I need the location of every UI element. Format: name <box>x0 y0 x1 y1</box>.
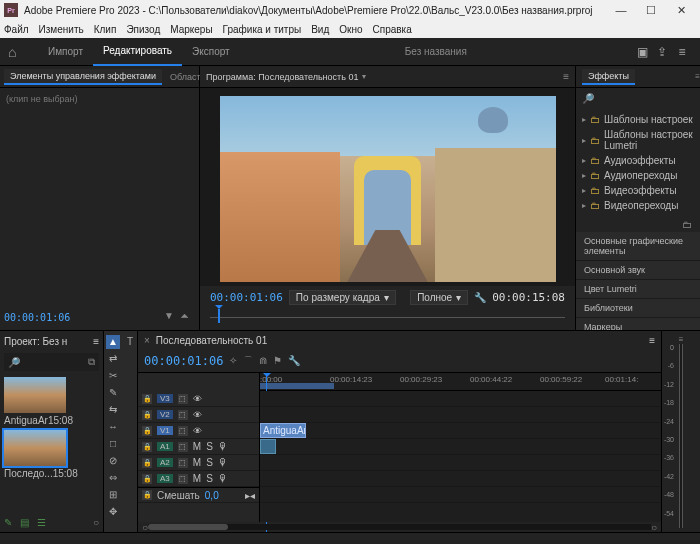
timeline-ruler[interactable]: :00:00 00:00:14:23 00:00:29:23 00:00:44:… <box>260 373 661 391</box>
effects-search[interactable]: 🔎 <box>576 88 700 108</box>
audio-clip[interactable] <box>260 439 276 454</box>
pen-tool[interactable]: ↔ <box>106 420 120 434</box>
zoom-slider-handle[interactable]: ○ <box>93 517 99 528</box>
nav-import[interactable]: Импорт <box>38 38 93 66</box>
project-item-2[interactable]: Последо...15:08 <box>4 430 66 479</box>
menu-graphics[interactable]: Графика и титры <box>223 24 302 35</box>
lock-icon[interactable]: 🔒 <box>142 410 152 420</box>
track-v3[interactable] <box>260 391 661 407</box>
wrench-icon[interactable]: 🔧 <box>288 355 300 366</box>
track-header-a1[interactable]: 🔒A1⬚MS🎙 <box>138 439 259 455</box>
timeline-sequence-tab[interactable]: Последовательность 01 <box>156 335 267 346</box>
eye-icon[interactable]: 👁 <box>193 410 202 420</box>
track-header-a3[interactable]: 🔒A3⬚MS🎙 <box>138 471 259 487</box>
program-scrubber[interactable] <box>210 309 565 327</box>
filter-bin-icon[interactable]: ⧉ <box>88 356 95 368</box>
track-header-a2[interactable]: 🔒A2⬚MS🎙 <box>138 455 259 471</box>
minimize-button[interactable]: — <box>606 4 636 16</box>
track-header-mix[interactable]: 🔒Смешать0,0▸◂ <box>138 487 259 503</box>
timeline-timecode[interactable]: 00:00:01:06 <box>144 354 223 368</box>
track-mix[interactable] <box>260 487 661 503</box>
slide-tool[interactable]: ✥ <box>106 505 120 519</box>
project-search[interactable]: 🔎 ⧉ <box>4 353 99 371</box>
tab-effect-controls[interactable]: Элементы управления эффектами <box>4 69 162 85</box>
quick-export-icon[interactable]: ▣ <box>632 45 652 59</box>
program-video-frame[interactable] <box>220 96 556 282</box>
ripple-edit-tool[interactable]: ✂ <box>106 369 120 383</box>
effects-folder-video-trans[interactable]: ▸🗀Видеопереходы <box>576 198 700 213</box>
toggle-keyframes-icon[interactable]: ▼ <box>164 310 174 321</box>
freeform-view-icon[interactable]: ☰ <box>37 517 46 528</box>
type-tool[interactable]: T <box>123 335 137 349</box>
panel-libraries[interactable]: Библиотеки <box>576 299 700 318</box>
zoom-fit-dropdown[interactable]: По размеру кадра▾ <box>289 290 396 305</box>
razor-tool[interactable]: ✎ <box>106 386 120 400</box>
mic-icon[interactable]: 🎙 <box>218 457 228 468</box>
panel-essential-sound[interactable]: Основной звук <box>576 261 700 280</box>
project-tab[interactable]: Проект: Без н≡ <box>0 331 103 351</box>
work-area-bar[interactable] <box>260 383 334 389</box>
lock-icon[interactable]: 🔒 <box>142 474 152 484</box>
lock-icon[interactable]: 🔒 <box>142 394 152 404</box>
timeline-tracks[interactable]: AntiguaAr <box>260 391 661 522</box>
effects-folder-lumetri[interactable]: ▸🗀Шаблоны настроек Lumetri <box>576 127 700 153</box>
resolution-dropdown[interactable]: Полное▾ <box>410 290 468 305</box>
slip-tool[interactable]: ⇆ <box>106 403 120 417</box>
lock-icon[interactable]: 🔒 <box>142 426 152 436</box>
linked-selection-icon[interactable]: ⌒ <box>243 354 253 368</box>
zoom-tool[interactable]: ⇔ <box>106 471 120 485</box>
effects-folder-audio-fx[interactable]: ▸🗀Аудиоэффекты <box>576 153 700 168</box>
panel-essential-graphics[interactable]: Основные графические элементы <box>576 232 700 261</box>
menu-file[interactable]: Файл <box>4 24 29 35</box>
track-v2[interactable] <box>260 407 661 423</box>
program-panel-menu-icon[interactable]: ≡ <box>563 71 569 82</box>
track-header-v2[interactable]: 🔒V2⬚👁 <box>138 407 259 423</box>
menu-edit[interactable]: Изменить <box>39 24 84 35</box>
effects-folder-audio-trans[interactable]: ▸🗀Аудиопереходы <box>576 168 700 183</box>
timeline-zoom-scroll[interactable]: ○ ○ <box>138 522 661 532</box>
eye-icon[interactable]: 👁 <box>193 426 202 436</box>
project-item-1[interactable]: AntiguaAr15:08 <box>4 377 66 426</box>
effects-folder-video-fx[interactable]: ▸🗀Видеоэффекты <box>576 183 700 198</box>
close-button[interactable]: ✕ <box>666 4 696 17</box>
add-marker-icon[interactable]: ⋒ <box>259 355 267 366</box>
hand-tool[interactable]: ⊘ <box>106 454 120 468</box>
rectangle-tool[interactable]: □ <box>106 437 120 451</box>
program-dropdown-icon[interactable]: ▾ <box>362 72 366 81</box>
track-header-v3[interactable]: 🔒V3⬚👁 <box>138 391 259 407</box>
menu-help[interactable]: Справка <box>373 24 412 35</box>
icon-view-icon[interactable]: ▤ <box>20 517 29 528</box>
project-panel-menu-icon[interactable]: ≡ <box>93 336 99 347</box>
audio-meter[interactable]: 0 -6 -12 -18 -24 -30 -36 -42 -48 -54 <box>679 344 683 528</box>
new-bin-icon[interactable]: 🗀 <box>682 219 692 230</box>
project-search-input[interactable] <box>20 357 76 367</box>
track-select-tool[interactable]: ⇄ <box>106 352 120 366</box>
track-v1[interactable]: AntiguaAr <box>260 423 661 439</box>
eye-icon[interactable]: 👁 <box>193 394 202 404</box>
menu-view[interactable]: Вид <box>311 24 329 35</box>
program-playhead[interactable] <box>218 309 220 323</box>
program-current-timecode[interactable]: 00:00:01:06 <box>210 291 283 304</box>
workspace-menu-icon[interactable]: ≡ <box>672 45 692 59</box>
panel-lumetri-color[interactable]: Цвет Lumetri <box>576 280 700 299</box>
track-header-v1[interactable]: 🔒V1⬚👁 <box>138 423 259 439</box>
share-icon[interactable]: ⇪ <box>652 45 672 59</box>
filter-icon[interactable]: ⏶ <box>180 310 190 321</box>
track-a3[interactable] <box>260 471 661 487</box>
maximize-button[interactable]: ☐ <box>636 4 666 17</box>
menu-clip[interactable]: Клип <box>94 24 117 35</box>
tab-effects[interactable]: Эффекты <box>582 69 635 85</box>
track-a2[interactable] <box>260 455 661 471</box>
nav-edit[interactable]: Редактировать <box>93 38 182 66</box>
mic-icon[interactable]: 🎙 <box>218 441 228 452</box>
mic-icon[interactable]: 🎙 <box>218 473 228 484</box>
mix-value[interactable]: 0,0 <box>205 490 219 501</box>
track-a1[interactable] <box>260 439 661 455</box>
selection-tool[interactable]: ▲ <box>106 335 120 349</box>
menu-markers[interactable]: Маркеры <box>170 24 212 35</box>
settings-icon[interactable]: 🔧 <box>474 292 486 303</box>
list-view-icon[interactable]: ✎ <box>4 517 12 528</box>
effect-controls-timecode[interactable]: 00:00:01:06 <box>4 312 70 323</box>
timeline-settings-icon[interactable]: ⚑ <box>273 355 282 366</box>
lock-icon[interactable]: 🔒 <box>142 442 152 452</box>
